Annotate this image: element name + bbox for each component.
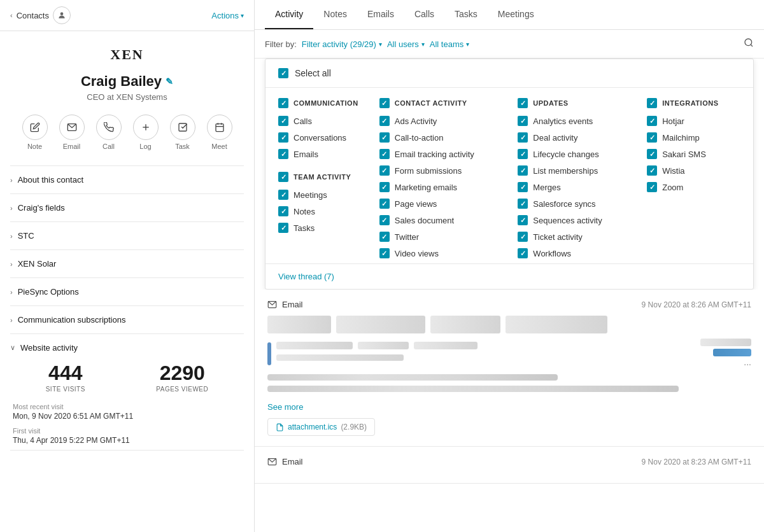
tab-meetings[interactable]: Meetings (488, 0, 544, 29)
item-zoom[interactable]: Zoom (647, 182, 740, 192)
tab-activity[interactable]: Activity (265, 0, 313, 29)
activity-filter-button[interactable]: Filter activity (29/29) ▾ (302, 39, 382, 49)
search-button[interactable] (744, 38, 754, 50)
note-icon (22, 115, 48, 140)
item-mailchimp[interactable]: Mailchimp (647, 132, 740, 143)
attachment-icon (276, 423, 284, 431)
svg-rect-5 (216, 124, 223, 132)
svg-line-10 (751, 45, 753, 46)
email-activity-2: Email 9 Nov 2020 at 8:23 AM GMT+11 (255, 447, 764, 484)
teams-caret-icon: ▾ (466, 41, 469, 48)
item-emails[interactable]: Emails (278, 149, 372, 159)
back-icon: ‹ (10, 11, 13, 19)
item-conversations[interactable]: Conversations (278, 132, 372, 143)
integrations-title: INTEGRATIONS (662, 99, 718, 107)
section-piesync[interactable]: › PieSync Options (10, 278, 244, 306)
left-panel: ‹ Contacts Actions ▾ XEN Craig Bailey ✎ … (0, 0, 255, 532)
item-form-submissions[interactable]: Form submissions (379, 165, 511, 176)
first-visit-value: Thu, 4 Apr 2019 5:22 PM GMT+11 (13, 436, 241, 445)
website-activity-toggle[interactable]: ∨ Website activity (10, 343, 244, 353)
item-deal-activity[interactable]: Deal activity (518, 132, 639, 143)
item-twitter[interactable]: Twitter (379, 232, 511, 242)
select-all-row[interactable]: Select all (265, 59, 753, 88)
section-xen-solar[interactable]: › XEN Solar (10, 250, 244, 278)
updates-checkbox[interactable] (518, 98, 528, 108)
emails-checkbox[interactable] (278, 149, 288, 159)
item-page-views[interactable]: Page views (379, 199, 511, 209)
conversations-checkbox[interactable] (278, 132, 288, 143)
item-tasks[interactable]: Tasks (278, 223, 372, 233)
edit-name-icon[interactable]: ✎ (166, 76, 173, 87)
tasks-checkbox[interactable] (278, 223, 288, 233)
section-label: About this contact (18, 175, 83, 185)
tab-notes[interactable]: Notes (313, 0, 357, 29)
website-activity-label: Website activity (20, 343, 78, 353)
log-label: Log (139, 143, 151, 150)
communication-checkbox[interactable] (278, 98, 288, 108)
filter-caret-icon: ▾ (379, 41, 382, 48)
users-filter-button[interactable]: All users ▾ (387, 39, 425, 49)
attachment-tag[interactable]: attachment.ics (2.9KB) (267, 418, 375, 436)
calls-checkbox[interactable] (278, 116, 288, 126)
item-notes[interactable]: Notes (278, 206, 372, 216)
tab-calls[interactable]: Calls (404, 0, 444, 29)
tab-tasks[interactable]: Tasks (444, 0, 488, 29)
see-more-link[interactable]: See more (267, 402, 303, 412)
item-calls[interactable]: Calls (278, 116, 372, 126)
item-ads-activity[interactable]: Ads Activity (379, 116, 511, 126)
view-thread-link[interactable]: View thread (7) (265, 263, 753, 289)
meet-button[interactable]: Meet (207, 115, 232, 150)
blur-text-line (267, 374, 558, 381)
task-button[interactable]: Task (170, 115, 195, 150)
item-ticket-activity[interactable]: Ticket activity (518, 232, 639, 242)
item-marketing-emails[interactable]: Marketing emails (379, 182, 511, 192)
section-communication-subscriptions[interactable]: › Communication subscriptions (10, 306, 244, 334)
item-workflows[interactable]: Workflows (518, 248, 639, 258)
tab-emails[interactable]: Emails (357, 0, 404, 29)
item-list-memberships[interactable]: List memberships (518, 165, 639, 176)
item-hotjar[interactable]: Hotjar (647, 116, 740, 126)
item-merges[interactable]: Merges (518, 182, 639, 192)
activity-feed: Email 9 Nov 2020 at 8:26 AM GMT+11 (255, 290, 764, 532)
call-icon (96, 115, 122, 140)
actions-caret-icon: ▾ (241, 12, 244, 19)
attachment-name: attachment.ics (288, 423, 337, 431)
filter-label: Filter by: (265, 39, 297, 49)
item-email-tracking[interactable]: Email tracking activity (379, 149, 511, 159)
activity-time: 9 Nov 2020 at 8:23 AM GMT+11 (642, 458, 751, 466)
item-video-views[interactable]: Video views (379, 248, 511, 258)
actions-button[interactable]: Actions ▾ (211, 11, 244, 20)
item-sales-document[interactable]: Sales document (379, 215, 511, 225)
contacts-back-label: Contacts (17, 11, 49, 20)
section-about-contact[interactable]: › About this contact (10, 166, 244, 194)
more-options-button[interactable]: ··· (744, 359, 751, 369)
team-activity-checkbox[interactable] (278, 172, 288, 182)
most-recent-value: Mon, 9 Nov 2020 6:51 AM GMT+11 (13, 412, 241, 421)
communication-category: COMMUNICATION Calls Conversations Emails (278, 98, 379, 258)
teams-filter-button[interactable]: All teams ▾ (430, 39, 469, 49)
contact-activity-checkbox[interactable] (379, 98, 390, 108)
note-button[interactable]: Note (22, 115, 48, 150)
site-visits-number: 444 (46, 363, 85, 383)
call-button[interactable]: Call (96, 115, 122, 150)
site-visits-label: SITE VISITS (46, 386, 85, 393)
section-craigs-fields[interactable]: › Craig's fields (10, 194, 244, 222)
item-sakari-sms[interactable]: Sakari SMS (647, 149, 740, 159)
item-meetings[interactable]: Meetings (278, 190, 372, 200)
notes-checkbox[interactable] (278, 206, 288, 216)
task-label: Task (175, 143, 190, 150)
item-wistia[interactable]: Wistia (647, 165, 740, 176)
meetings-checkbox[interactable] (278, 190, 288, 200)
select-all-checkbox[interactable] (278, 68, 288, 78)
log-button[interactable]: Log (133, 115, 159, 150)
email-button[interactable]: Email (59, 115, 85, 150)
integrations-checkbox[interactable] (647, 98, 657, 108)
chevron-down-icon: ∨ (10, 344, 15, 352)
section-stc[interactable]: › STC (10, 222, 244, 250)
item-call-to-action[interactable]: Call-to-action (379, 132, 511, 143)
item-sequences-activity[interactable]: Sequences activity (518, 215, 639, 225)
item-salesforce-syncs[interactable]: Salesforce syncs (518, 199, 639, 209)
item-analytics-events[interactable]: Analytics events (518, 116, 639, 126)
contacts-back-button[interactable]: ‹ Contacts (10, 6, 71, 24)
item-lifecycle-changes[interactable]: Lifecycle changes (518, 149, 639, 159)
